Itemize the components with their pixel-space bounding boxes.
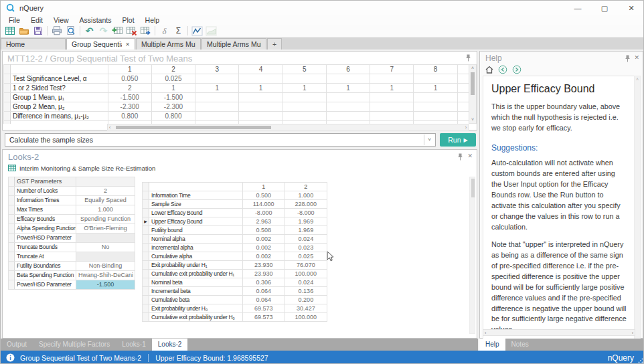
maximize-button[interactable]: ▢ bbox=[591, 1, 618, 15]
value-cell[interactable]: 2 bbox=[108, 84, 151, 93]
value-cell[interactable]: 0.800 bbox=[108, 112, 151, 121]
value-cell[interactable]: 2 bbox=[76, 187, 135, 196]
scroll-left-icon[interactable]: ‹ bbox=[485, 331, 486, 336]
bottom-tab-output[interactable]: Output bbox=[1, 339, 33, 351]
menu-file[interactable]: File bbox=[3, 16, 25, 24]
vscroll-thumb[interactable] bbox=[471, 179, 475, 197]
value-cell[interactable]: -2.300 bbox=[151, 102, 195, 112]
value-cell[interactable]: 0.136 bbox=[285, 287, 327, 296]
value-cell[interactable]: 0.306 bbox=[242, 278, 285, 287]
column-header[interactable]: 8 bbox=[414, 65, 457, 74]
new-table-button[interactable] bbox=[3, 25, 17, 37]
menu-help[interactable]: Help bbox=[140, 16, 165, 24]
menu-plot[interactable]: Plot bbox=[116, 16, 139, 24]
bottom-tab-specify-multiple-factors[interactable]: Specify Multiple Factors bbox=[33, 339, 116, 351]
hscroll-thumb[interactable] bbox=[116, 126, 271, 129]
value-cell[interactable] bbox=[326, 93, 370, 102]
value-cell[interactable] bbox=[283, 102, 326, 112]
minimize-button[interactable]: — bbox=[564, 1, 591, 15]
value-cell[interactable]: 23.930 bbox=[242, 270, 285, 278]
value-cell[interactable] bbox=[457, 74, 469, 84]
value-cell[interactable]: 1 bbox=[414, 84, 457, 93]
value-cell[interactable]: 23.930 bbox=[242, 261, 285, 270]
area-plot-button[interactable] bbox=[204, 25, 218, 37]
sigma-button[interactable]: Σ bbox=[171, 25, 185, 37]
pin-icon[interactable] bbox=[465, 54, 471, 62]
value-cell[interactable]: 0.064 bbox=[242, 296, 285, 304]
value-cell[interactable] bbox=[283, 74, 326, 84]
value-cell[interactable] bbox=[195, 74, 239, 84]
value-cell[interactable]: 0.024 bbox=[285, 278, 327, 287]
run-button[interactable]: Run ▶ bbox=[440, 133, 476, 147]
looks-panel-vscrollbar[interactable] bbox=[469, 177, 475, 334]
scroll-right-icon[interactable]: › bbox=[632, 331, 633, 336]
value-cell[interactable]: 0.200 bbox=[285, 296, 327, 304]
value-cell[interactable] bbox=[239, 102, 283, 112]
scroll-up-icon[interactable]: ˄ bbox=[469, 66, 476, 71]
vscroll-thumb[interactable] bbox=[471, 72, 475, 95]
print-button[interactable] bbox=[50, 25, 64, 37]
value-cell[interactable]: No bbox=[76, 243, 135, 252]
export-table-button[interactable] bbox=[139, 25, 153, 37]
value-cell[interactable]: 0.002 bbox=[242, 244, 285, 252]
value-cell[interactable]: 0.025 bbox=[151, 74, 195, 84]
value-cell[interactable]: 1 bbox=[151, 84, 195, 93]
value-cell[interactable] bbox=[370, 102, 414, 112]
value-cell[interactable] bbox=[283, 112, 326, 121]
menu-view[interactable]: View bbox=[48, 16, 74, 24]
help-vscrollbar[interactable]: ˄ ˅ bbox=[634, 76, 641, 364]
help-tab-help[interactable]: Help bbox=[479, 339, 505, 351]
value-cell[interactable]: 0.024 bbox=[285, 235, 327, 244]
column-header[interactable]: 2 bbox=[285, 183, 327, 191]
value-cell[interactable]: 69.573 bbox=[242, 304, 285, 313]
bottom-tab-looks-2[interactable]: Looks-2 bbox=[152, 339, 188, 351]
value-cell[interactable] bbox=[370, 112, 414, 121]
column-header[interactable]: 5 bbox=[283, 65, 326, 74]
forward-icon[interactable] bbox=[512, 65, 521, 74]
value-cell[interactable]: Non-Binding bbox=[76, 262, 135, 271]
value-cell[interactable]: 69.573 bbox=[242, 313, 285, 322]
close-tab-icon[interactable]: ✕ bbox=[125, 41, 130, 48]
value-cell[interactable]: 1 bbox=[326, 84, 370, 93]
value-cell[interactable]: 0.002 bbox=[242, 252, 285, 261]
value-cell[interactable]: 0.050 bbox=[108, 74, 151, 84]
value-cell[interactable] bbox=[414, 74, 457, 84]
model-table-hscrollbar[interactable]: ‹ › bbox=[107, 124, 469, 130]
pin-icon[interactable] bbox=[457, 153, 463, 161]
column-header[interactable]: 2 bbox=[151, 65, 195, 74]
value-cell[interactable] bbox=[239, 74, 283, 84]
value-cell[interactable]: 30.427 bbox=[285, 304, 327, 313]
value-cell[interactable]: 0.508 bbox=[242, 226, 285, 235]
value-cell[interactable] bbox=[76, 234, 135, 243]
scroll-down-icon[interactable]: ˅ bbox=[469, 117, 476, 122]
scroll-up-icon[interactable]: ˄ bbox=[635, 77, 640, 82]
value-cell[interactable] bbox=[239, 93, 283, 102]
value-cell[interactable]: -1.500 bbox=[151, 93, 195, 102]
value-cell[interactable] bbox=[414, 112, 457, 121]
help-hscrollbar[interactable]: ‹ › bbox=[483, 329, 635, 336]
value-cell[interactable] bbox=[195, 102, 239, 112]
menu-edit[interactable]: Edit bbox=[25, 16, 48, 24]
close-panel-icon[interactable]: ✕ bbox=[467, 153, 473, 159]
undo-button[interactable]: ↶ bbox=[82, 25, 96, 37]
value-cell[interactable]: 1.000 bbox=[76, 205, 135, 215]
column-header[interactable]: 4 bbox=[239, 65, 283, 74]
value-cell[interactable]: 0.500 bbox=[242, 191, 285, 200]
value-cell[interactable]: 100.000 bbox=[285, 313, 327, 322]
value-cell[interactable] bbox=[370, 74, 414, 84]
tab-group-sequential-test[interactable]: Group Sequential Test✕ bbox=[66, 38, 135, 50]
column-header[interactable]: 6 bbox=[326, 65, 370, 74]
value-cell[interactable]: 2.963 bbox=[242, 217, 285, 226]
value-cell[interactable]: 1 bbox=[195, 84, 239, 93]
menu-assistants[interactable]: Assistants bbox=[74, 16, 117, 24]
value-cell[interactable]: 1 bbox=[239, 84, 283, 93]
tab-home[interactable]: Home bbox=[1, 38, 66, 50]
scroll-right-icon[interactable]: › bbox=[465, 125, 467, 130]
value-cell[interactable]: 1 bbox=[370, 84, 414, 93]
value-cell[interactable]: Hwang-Shih-DeCani bbox=[76, 271, 135, 280]
tab-multiple-arms-multiple-st[interactable]: Multiple Arms Multiple St bbox=[136, 38, 201, 50]
back-icon[interactable] bbox=[498, 65, 507, 74]
value-cell[interactable]: 100.000 bbox=[285, 270, 327, 278]
value-cell[interactable]: Equally Spaced bbox=[76, 196, 135, 205]
redo-button[interactable]: ↷ bbox=[96, 25, 110, 37]
